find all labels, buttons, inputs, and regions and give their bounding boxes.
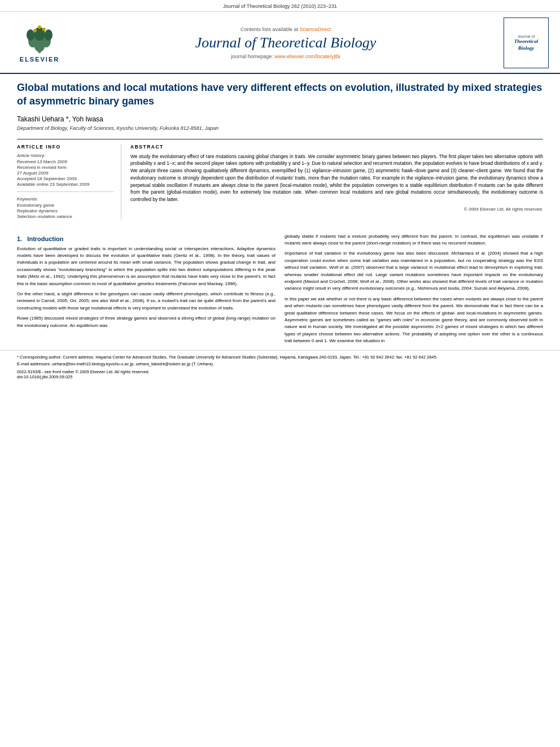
body-section: 1. Introduction Evolution of quantitativ… [0,233,560,348]
available-online-date: Available online 23 September 2009 [17,182,114,187]
info-divider [17,191,114,192]
intro-paragraph-4: globally stable if mutants had a mixture… [285,233,543,247]
journal-reference-bar: Journal of Theoretical Biology 262 (2010… [0,0,560,12]
received-revised-label: Received in revised form [17,165,114,170]
keyword-1: Evolutionary game [17,203,114,208]
keywords-label: Keywords: [17,196,114,202]
intro-paragraph-3: Rowe (1985) discussed mixed strategies o… [17,315,275,329]
article-content: Global mutations and local mutations hav… [0,74,560,233]
body-right-column: globally stable if mutants had a mixture… [285,233,543,348]
journal-reference-text: Journal of Theoretical Biology 262 (2010… [223,3,337,9]
keyword-3: Selection–mutation valance [17,214,114,219]
abstract-text: We study the evolutionary effect of rare… [130,153,543,203]
article-info-heading: ARTICLE INFO [17,144,114,150]
contents-available-line: Contents lists available at ScienceDirec… [68,27,504,32]
badge-title-line2: Biology [518,45,535,52]
svg-point-9 [38,25,41,29]
received-revised-date: 27 August 2009 [17,171,114,176]
sciencedirect-link[interactable]: ScienceDirect [300,27,331,32]
abstract-column: ABSTRACT We study the evolutionary effec… [130,144,543,220]
affiliation-line: Department of Biology, Faculty of Scienc… [17,125,543,131]
keyword-2: Replicator dynamics [17,208,114,213]
badge-journal-label: Journal of [518,34,535,38]
article-title: Global mutations and local mutations hav… [17,81,543,108]
article-info-column: ARTICLE INFO Article history: Received 1… [17,144,121,220]
elsevier-tree-icon [23,24,56,55]
body-left-column: 1. Introduction Evolution of quantitativ… [17,233,275,348]
intro-paragraph-6: In this paper we ask whether or not ther… [285,296,543,345]
journal-header: ELSEVIER Contents lists available at Sci… [0,12,560,74]
svg-point-7 [33,29,37,32]
journal-title-section: Contents lists available at ScienceDirec… [68,27,504,59]
issn-doi-line: 0022-5193/$ - see front matter © 2009 El… [17,369,543,379]
svg-point-8 [42,28,46,31]
copyright-line: © 2009 Elsevier Ltd. All rights reserved… [130,207,543,212]
abstract-heading: ABSTRACT [130,144,543,150]
footnote-section: * Corresponding author. Current address:… [0,350,560,383]
intro-paragraph-2: On the other hand, a slight difference i… [17,291,275,312]
footnote-email: E-mail addresses: uehara@bio-math10.biol… [17,361,543,367]
authors-line: Takashi Uehara *, Yoh Iwasa [17,115,543,123]
badge-title-line1: Theoretical [514,38,539,45]
article-history-label: Article history: [17,153,114,158]
keywords-section: Keywords: Evolutionary game Replicator d… [17,196,114,219]
svg-point-5 [27,29,34,41]
homepage-url[interactable]: www.elsevier.com/locate/yjtbi [274,54,340,59]
footnote-star: * Corresponding author. Current address:… [17,354,543,360]
introduction-heading: 1. Introduction [17,235,275,242]
accepted-date: Accepted 18 September 2009 [17,176,114,181]
intro-paragraph-5: Importance of trait variation in the evo… [285,250,543,292]
journal-homepage-line: journal homepage: www.elsevier.com/locat… [68,54,504,59]
elsevier-logo: ELSEVIER [11,24,68,63]
article-info-abstract-section: ARTICLE INFO Article history: Received 1… [17,139,543,220]
journal-badge: Journal of Theoretical Biology [504,18,549,68]
elsevier-wordmark: ELSEVIER [20,56,59,63]
received-date: Received 13 March 2009 [17,159,114,164]
journal-title: Journal of Theoretical Biology [68,34,504,51]
page-wrapper: Journal of Theoretical Biology 262 (2010… [0,0,560,747]
intro-paragraph-1: Evolution of quantitative or graded trai… [17,246,275,287]
svg-point-6 [45,29,53,41]
